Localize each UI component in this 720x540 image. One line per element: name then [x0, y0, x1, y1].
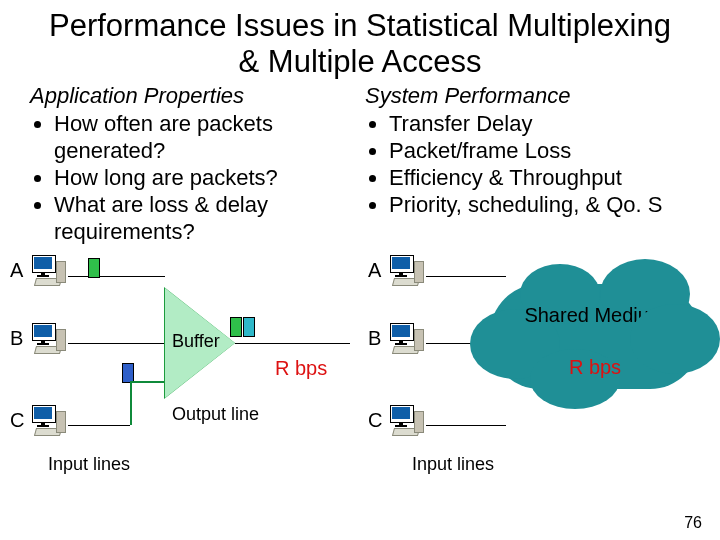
left-bullet-1: How long are packets? [54, 165, 355, 192]
slide-title: Performance Issues in Statistical Multip… [40, 8, 680, 79]
computer-icon [390, 255, 424, 285]
left-column: Application Properties How often are pac… [30, 83, 355, 245]
left-bullet-2: What are loss & delay requirements? [54, 192, 355, 246]
link-line [426, 425, 506, 426]
right-header: System Performance [365, 83, 690, 109]
left-header: Application Properties [30, 83, 355, 109]
packet-icon [88, 258, 100, 278]
output-line-label: Output line [172, 404, 259, 425]
node-label-b-right: B [368, 327, 381, 350]
right-bullets: Transfer Delay Packet/frame Loss Efficie… [365, 111, 690, 218]
shared-medium-label: Shared Medium [490, 304, 700, 326]
right-bullet-3: Priority, scheduling, & Qo. S [389, 192, 690, 219]
input-lines-label-right: Input lines [412, 454, 494, 475]
rbps-label-right: R bps [490, 356, 700, 379]
node-label-c-left: C [10, 409, 24, 432]
link-line [68, 343, 165, 344]
packet-icon [230, 317, 242, 337]
left-bullets: How often are packets generated? How lon… [30, 111, 355, 245]
link-line [68, 425, 130, 426]
right-bullet-1: Packet/frame Loss [389, 138, 690, 165]
link-line [130, 381, 132, 425]
buffer-label: Buffer [172, 331, 220, 352]
node-label-a-left: A [10, 259, 23, 282]
right-column: System Performance Transfer Delay Packet… [365, 83, 690, 245]
computer-icon [390, 405, 424, 435]
left-bullet-0: How often are packets generated? [54, 111, 355, 165]
link-line [130, 381, 165, 383]
content-columns: Application Properties How often are pac… [30, 83, 690, 245]
node-label-c-right: C [368, 409, 382, 432]
node-label-b-left: B [10, 327, 23, 350]
packet-icon [243, 317, 255, 337]
packet-icon [122, 363, 134, 383]
shared-medium-cloud: Shared Medium R bps [490, 284, 700, 389]
node-label-a-right: A [368, 259, 381, 282]
right-bullet-0: Transfer Delay [389, 111, 690, 138]
diagram-area: A B C Buffer R bps Output line Input lin… [0, 249, 720, 509]
input-lines-label-left: Input lines [48, 454, 130, 475]
output-line [235, 343, 350, 344]
computer-icon [32, 323, 66, 353]
computer-icon [390, 323, 424, 353]
page-number: 76 [684, 514, 702, 532]
computer-icon [32, 405, 66, 435]
computer-icon [32, 255, 66, 285]
link-line [426, 276, 506, 277]
rbps-label-left: R bps [275, 357, 327, 380]
link-line [68, 276, 165, 277]
right-bullet-2: Efficiency & Throughput [389, 165, 690, 192]
